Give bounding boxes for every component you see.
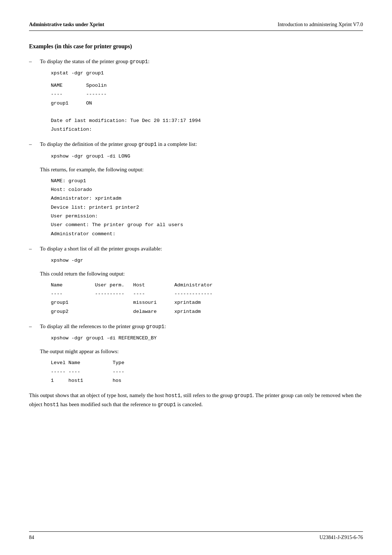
bullet4-intro-text: To display all the references to the pri… [40, 323, 146, 329]
bullet-dash-1: – [29, 57, 40, 66]
closing-mid3: has been modified such that the referenc… [59, 401, 158, 407]
bullet1-command: xpstat -dgr group1 [51, 69, 363, 78]
bullet3-table: Name User perm. Host Administrator ---- … [51, 281, 363, 316]
main-content: Examples (in this case for printer group… [29, 42, 363, 409]
header-right: Introduction to administering Xprint V7.… [278, 22, 363, 28]
bullet4-intro-code: group1 [146, 324, 164, 330]
bullet-content-1: To display the status of the printer gro… [40, 57, 363, 134]
header-left: Administrative tasks under Xprint [29, 22, 104, 28]
bullet1-table: NAME Spoolin ---- ------- group1 ON [51, 81, 363, 108]
bullet-text-4: To display all the references to the pri… [40, 322, 363, 331]
closing-code1: host1 [165, 393, 180, 399]
bullet4-command: xpshow -dgr group1 -di REFERENCED_BY [51, 334, 363, 343]
bullet-dash-2: – [29, 140, 40, 148]
footer-doc-id: U23841-J-Z915-6-76 [319, 535, 363, 540]
bullet2-command: xpshow -dgr group1 -di LONG [51, 152, 363, 161]
closing-code3: host1 [44, 402, 59, 408]
bullet3-command: xpshow -dgr [51, 257, 363, 265]
bullet-content-4: To display all the references to the pri… [40, 322, 363, 385]
bullet1-intro-code: group1 [130, 59, 148, 65]
bullet1-intro-suffix: : [148, 58, 150, 64]
footer-page-number: 84 [29, 535, 34, 540]
bullet1-extra: Date of last modification: Tue Dec 20 11… [51, 117, 363, 134]
header: Administrative tasks under Xprint Introd… [29, 22, 363, 31]
bullet-content-3: To display a short list of all the print… [40, 244, 363, 316]
closing-end: is canceled. [176, 401, 203, 407]
bullet-item-2: – To display the definition of the print… [29, 140, 363, 238]
bullet2-subheading: This returns, for example, the following… [40, 165, 363, 174]
bullet-dash-3: – [29, 244, 40, 253]
bullet2-intro-code: group1 [138, 142, 156, 147]
bullet2-intro-suffix: in a complete list: [157, 141, 197, 147]
bullet-item-1: – To display the status of the printer g… [29, 57, 363, 134]
bullet-item-3: – To display a short list of all the pri… [29, 244, 363, 316]
bullet-dash-4: – [29, 322, 40, 331]
closing-mid1: , still refers to the group [180, 392, 234, 398]
bullet-text-1: To display the status of the printer gro… [40, 57, 363, 66]
bullet4-intro-suffix: : [164, 323, 166, 329]
closing-code2: group1 [234, 393, 252, 399]
bullet-content-2: To display the definition of the printer… [40, 140, 363, 238]
closing-code4: group1 [158, 402, 176, 408]
closing-text-1: This output shows that an object of type… [29, 392, 165, 398]
bullet2-output: NAME: group1 Host: colorado Administrato… [51, 177, 363, 238]
section-title: Examples (in this case for printer group… [29, 42, 363, 51]
bullet4-subheading: The output might appear as follows: [40, 347, 363, 356]
bullet3-subheading: This could return the following output: [40, 269, 363, 278]
bullet4-table: Level Name Type ----- ---- ---- 1 host1 … [51, 359, 363, 385]
bullet2-intro-text: To display the definition of the printer… [40, 141, 138, 147]
page: Administrative tasks under Xprint Introd… [0, 0, 392, 555]
bullet-item-4: – To display all the references to the p… [29, 322, 363, 385]
closing-paragraph: This output shows that an object of type… [29, 391, 363, 409]
bullet-text-2: To display the definition of the printer… [40, 140, 363, 148]
bullet-text-3: To display a short list of all the print… [40, 244, 363, 253]
bullet1-intro-text: To display the status of the printer gro… [40, 58, 130, 64]
footer: 84 U23841-J-Z915-6-76 [29, 531, 363, 540]
